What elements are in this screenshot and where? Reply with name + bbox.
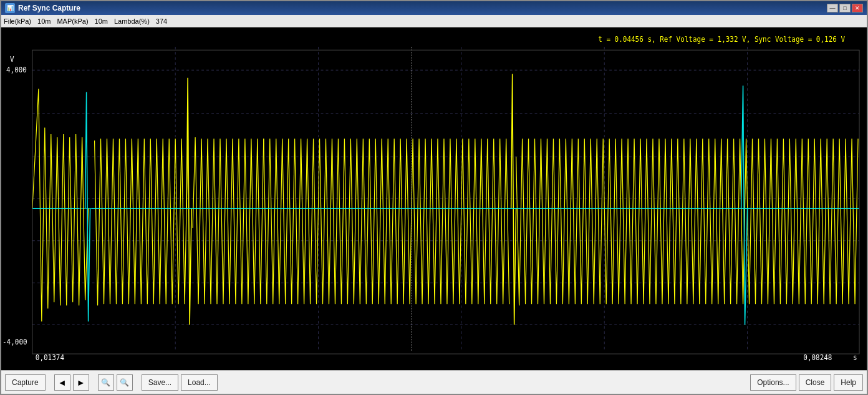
save-button[interactable]: Save... [142,374,178,391]
window-icon: 📊 [5,3,15,13]
svg-text:-4,000: -4,000 [2,338,27,346]
oscilloscope-chart: V 4,000 -4,000 0,01374 0,08248 s [1,27,867,370]
top-bar-item-3: MAP(kPa) [57,17,88,25]
minimize-button[interactable]: — [827,4,838,12]
svg-rect-0 [1,27,867,370]
top-info-bar: File(kPa) 10m MAP(kPa) 10m Lambda(%) 374 [1,15,867,27]
toolbar: Capture ◄ ► 🔍 🔍 Save... Load... Options.… [1,370,867,394]
help-button[interactable]: Help [834,374,863,391]
svg-text:V: V [10,56,14,64]
load-button[interactable]: Load... [181,374,218,391]
window-close-button[interactable]: ✕ [852,4,863,12]
options-button[interactable]: Options... [750,374,796,391]
svg-text:4,000: 4,000 [6,66,27,74]
zoom-in-button[interactable]: 🔍 [98,374,114,391]
capture-button[interactable]: Capture [5,374,46,391]
close-button[interactable]: Close [799,374,832,391]
top-bar-item-2: 10m [37,17,51,25]
zoom-out-button[interactable]: 🔍 [117,374,133,391]
svg-text:0,08248: 0,08248 [803,354,832,362]
main-window: 📊 Ref Sync Capture — □ ✕ File(kPa) 10m M… [0,0,868,395]
top-bar-item-6: 374 [156,17,167,25]
maximize-button[interactable]: □ [839,4,851,12]
top-bar-item-4: 10m [95,17,108,25]
chart-area: V 4,000 -4,000 0,01374 0,08248 s [1,27,867,370]
svg-text:s: s [853,354,857,362]
prev-button[interactable]: ◄ [54,374,70,391]
svg-text:0,01374: 0,01374 [36,354,64,362]
svg-text:t = 0.04456 s, Ref Voltage =  : t = 0.04456 s, Ref Voltage = 1,332 V, Sy… [598,36,845,44]
top-bar-item-1: File(kPa) [4,17,31,25]
next-button[interactable]: ► [73,374,89,391]
title-bar: 📊 Ref Sync Capture — □ ✕ [1,1,867,15]
top-bar-item-5: Lambda(%) [114,17,150,25]
window-title: Ref Sync Capture [18,4,80,12]
